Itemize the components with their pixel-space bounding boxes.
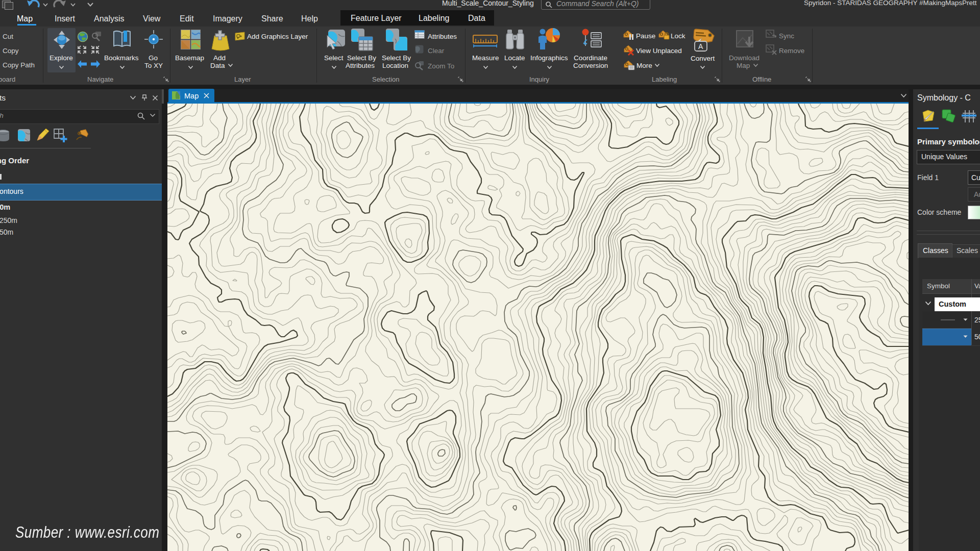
svg-text:A: A	[698, 42, 703, 51]
